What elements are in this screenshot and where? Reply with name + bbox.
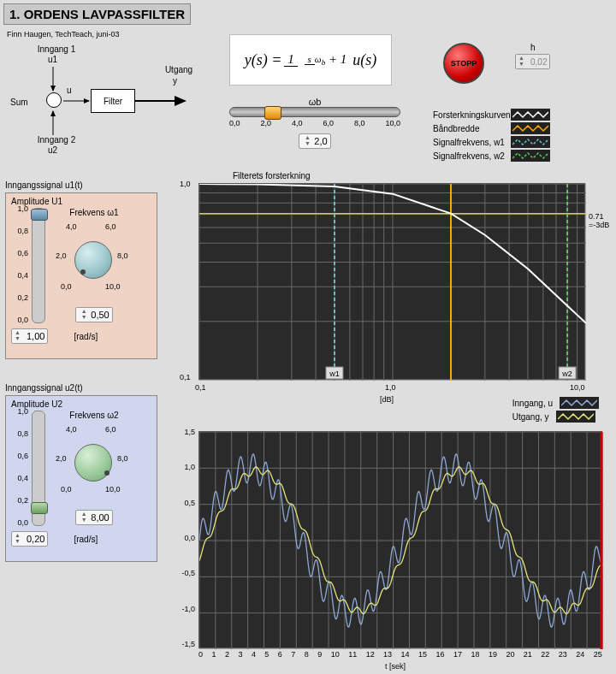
u1-section-label: Inngangssignal u1(t) — [5, 180, 83, 190]
u2-section-label: Inngangssignal u2(t) — [5, 383, 83, 393]
transfer-function-formula: y(s) = 1 sωb + 1 u(s) — [229, 34, 392, 86]
stop-button[interactable]: STOPP — [443, 43, 484, 84]
wb-label: ωb — [229, 97, 400, 107]
legend-w1: Signalfrekvens, w1 — [433, 138, 505, 147]
wb-spinner[interactable]: ▲▼ — [302, 135, 312, 147]
amp1-input[interactable]: ▲▼ 1,00 — [11, 328, 48, 344]
amp2-spinner[interactable]: ▲▼ — [15, 533, 25, 545]
bode-xtick-1: 1,0 — [385, 383, 396, 392]
freq1-knob[interactable]: 2,0 4,0 6,0 8,0 0,0 10,0 — [56, 217, 133, 303]
amp2-vticks: 1,00,80,60,40,20,0 — [11, 407, 28, 527]
legend-out: Utgang, y — [512, 412, 549, 422]
amp1-spinner[interactable]: ▲▼ — [15, 330, 25, 342]
freq2-knob[interactable]: 2,0 4,0 6,0 8,0 0,0 10,0 — [56, 420, 133, 506]
freq1-spinner[interactable]: ▲▼ — [79, 309, 89, 321]
legend-in: Inngang, u — [512, 399, 553, 408]
page-title: 1. ORDENS LAVPASSFILTER — [3, 3, 191, 25]
freq2-input[interactable]: ▲▼ 8,00 — [75, 510, 112, 525]
bode-ytick-1: 1,0 — [180, 180, 191, 188]
bode-xlabel: [dB] — [380, 395, 394, 404]
bode-legend: Forsterkningskurven Båndbredde Signalfre… — [433, 108, 550, 163]
legend-w2: Signalfrekvens, w2 — [433, 151, 505, 161]
bode-3db-label: 0.71 =-3dB — [589, 212, 609, 229]
svg-text:w1: w1 — [329, 370, 340, 378]
amp1-label: Amplitude U1 — [11, 197, 151, 206]
panel-u2: Amplitude U2 1,00,80,60,40,20,0 Frekvens… — [5, 395, 157, 562]
amp2-label: Amplitude U2 — [11, 399, 151, 409]
bode-title: Filterets forsterkning — [233, 171, 311, 180]
label-inngang2: Inngang 2 — [31, 135, 82, 145]
freq1-input[interactable]: ▲▼ 0,50 — [75, 307, 112, 322]
wb-ticks: 0,02,04,06,08,010,0 — [229, 119, 400, 127]
unit2: [rad/s] — [74, 535, 98, 544]
wb-slider-thumb[interactable] — [264, 106, 281, 120]
amp2-slider[interactable] — [32, 411, 45, 526]
legend-band: Båndbredde — [433, 124, 480, 133]
time-chart — [198, 431, 602, 648]
svg-text:w2: w2 — [561, 370, 572, 378]
amp2-input[interactable]: ▲▼ 0,20 — [11, 531, 48, 547]
block-diagram: Inngang 1 u1 Utgang y Sum u Filter Innga… — [5, 53, 202, 156]
panel-u1: Amplitude U1 1,00,80,60,40,20,0 Frekvens… — [5, 192, 157, 359]
unit1: [rad/s] — [74, 332, 98, 341]
h-label: h — [515, 43, 550, 52]
time-yticks: 1,51,00,50,0-0,5-1,0-1,5 — [176, 428, 195, 648]
h-spinner[interactable]: ▲▼ — [518, 56, 529, 68]
time-xticks: 0123456789101112131415161718192021222324… — [198, 650, 602, 659]
freq1-label: Frekvens ω1 — [56, 208, 133, 217]
time-legend: Inngang, u Utgang, y — [512, 396, 599, 423]
wb-input[interactable]: ▲▼ 2,0 — [299, 133, 330, 149]
h-control: h ▲▼ 0,02 — [515, 43, 550, 69]
bode-xtick-01: 0,1 — [195, 383, 206, 392]
bode-xtick-10: 10,0 — [570, 383, 585, 392]
h-input[interactable]: ▲▼ 0,02 — [515, 54, 550, 69]
freq2-spinner[interactable]: ▲▼ — [79, 511, 89, 523]
bode-ytick-01: 0,1 — [180, 373, 191, 381]
freq2-label: Frekvens ω2 — [56, 411, 133, 420]
label-u2: u2 — [48, 145, 57, 155]
wb-slider[interactable] — [229, 107, 400, 117]
bode-chart: w1w2 — [198, 183, 585, 380]
amp1-vticks: 1,00,80,60,40,20,0 — [11, 204, 28, 324]
time-xlabel: t [sek] — [385, 662, 406, 671]
legend-forst: Forsterkningskurven — [433, 110, 511, 120]
amp1-slider[interactable] — [32, 208, 45, 323]
wb-control: ωb 0,02,04,06,08,010,0 ▲▼ 2,0 — [229, 97, 400, 149]
